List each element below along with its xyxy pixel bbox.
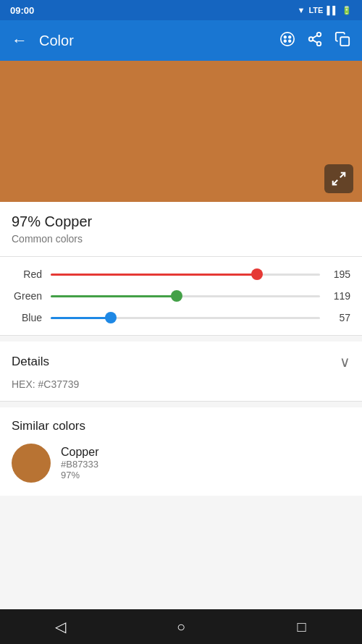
color-preview [0, 61, 362, 202]
divider-2 [0, 335, 362, 336]
blue-track [51, 317, 320, 319]
red-track [51, 274, 320, 276]
copy-icon[interactable] [334, 31, 350, 51]
svg-point-1 [284, 35, 286, 38]
svg-point-0 [281, 32, 294, 45]
chevron-down-icon: ∨ [340, 353, 350, 370]
blue-slider[interactable] [51, 310, 320, 325]
svg-point-4 [289, 40, 291, 42]
green-label: Green [12, 290, 42, 302]
lte-label: LTE [308, 6, 323, 14]
palette-icon[interactable] [279, 31, 295, 51]
app-title: Color [39, 33, 268, 49]
home-nav-button[interactable]: ○ [164, 609, 198, 644]
similar-title: Similar colors [12, 419, 350, 433]
details-title: Details [12, 355, 49, 369]
blue-value: 57 [329, 312, 350, 323]
details-section: Details ∨ HEX: #C37739 [0, 342, 362, 401]
blue-thumb[interactable] [105, 312, 117, 323]
similar-info: Copper #B87333 97% [61, 446, 98, 480]
blue-fill [51, 317, 111, 319]
details-content: HEX: #C37739 [12, 378, 350, 401]
color-name-section: 97% Copper Common colors [0, 202, 362, 256]
svg-point-3 [284, 40, 286, 42]
status-time: 09:00 [10, 5, 34, 16]
sliders-section: Red 195 Green 119 Blue 57 [0, 257, 362, 335]
svg-point-6 [309, 37, 313, 41]
list-item[interactable]: Copper #B87333 97% [12, 444, 350, 490]
svg-rect-10 [340, 37, 349, 46]
red-label: Red [12, 268, 42, 280]
nav-bar: ◁ ○ □ [0, 609, 362, 644]
hex-value: HEX: #C37739 [12, 378, 79, 390]
svg-point-5 [317, 32, 321, 36]
divider-3 [0, 401, 362, 402]
details-header[interactable]: Details ∨ [12, 353, 350, 378]
red-fill [51, 274, 257, 276]
recents-nav-button[interactable]: □ [285, 609, 319, 644]
signal-icon: ▌▌ [327, 6, 338, 14]
battery-icon: 🔋 [342, 6, 352, 15]
status-bar: 09:00 ▼ LTE ▌▌ 🔋 [0, 0, 362, 20]
app-bar-actions [279, 31, 350, 51]
expand-button[interactable] [324, 164, 353, 193]
back-button[interactable]: ← [12, 31, 28, 50]
blue-label: Blue [12, 312, 42, 323]
green-slider[interactable] [51, 289, 320, 303]
similar-hex: #B87333 [61, 459, 98, 470]
red-thumb[interactable] [251, 268, 263, 280]
common-colors-label[interactable]: Common colors [12, 233, 350, 250]
color-name: 97% Copper [12, 213, 350, 230]
green-fill [51, 295, 177, 297]
green-slider-row: Green 119 [12, 289, 350, 303]
svg-line-8 [313, 40, 317, 43]
back-nav-button[interactable]: ◁ [43, 609, 77, 644]
red-slider-row: Red 195 [12, 267, 350, 281]
similar-color-name: Copper [61, 446, 98, 459]
similar-section: Similar colors Copper #B87333 97% [0, 407, 362, 496]
share-icon[interactable] [307, 31, 323, 51]
svg-point-2 [289, 35, 291, 38]
green-thumb[interactable] [171, 290, 182, 302]
red-slider[interactable] [51, 267, 320, 281]
status-icons: ▼ LTE ▌▌ 🔋 [298, 6, 352, 15]
similar-pct: 97% [61, 470, 98, 480]
blue-slider-row: Blue 57 [12, 310, 350, 325]
svg-line-9 [313, 35, 317, 38]
wifi-icon: ▼ [298, 6, 306, 14]
green-value: 119 [329, 290, 350, 302]
green-track [51, 295, 320, 297]
color-swatch [12, 444, 51, 483]
svg-point-7 [317, 41, 321, 45]
app-bar: ← Color [0, 20, 362, 61]
red-value: 195 [329, 268, 350, 280]
